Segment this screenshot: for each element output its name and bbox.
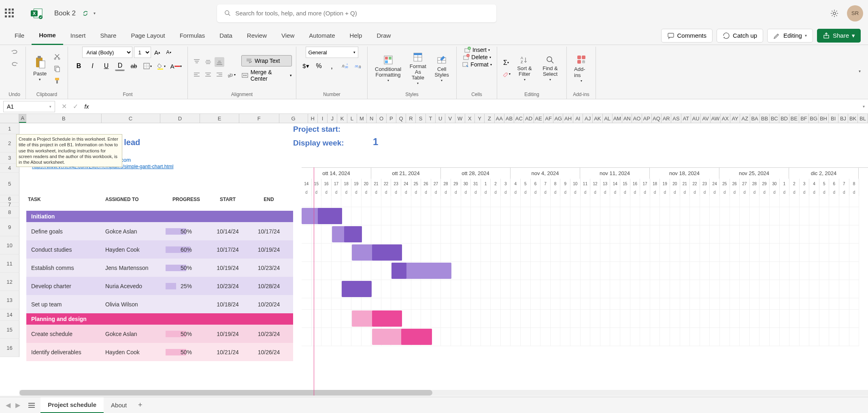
search-input[interactable] <box>235 10 489 17</box>
align-top-button[interactable] <box>192 57 202 67</box>
task-row[interactable]: Identify deliverables Hayden Cook 50% 10… <box>26 343 293 361</box>
double-underline-button[interactable]: D <box>115 61 125 71</box>
increase-font-button[interactable]: A▴ <box>153 47 162 57</box>
formula-input[interactable] <box>96 101 859 112</box>
tab-formulas[interactable]: Formulas <box>172 26 213 45</box>
col-header-BK[interactable]: BK <box>848 114 858 123</box>
col-header-AJ[interactable]: AJ <box>583 114 593 123</box>
delete-cells-button[interactable]: −Delete▾ <box>462 54 491 60</box>
col-header-P[interactable]: P <box>387 114 396 123</box>
format-painter-button[interactable] <box>52 76 62 86</box>
col-header-BA[interactable]: BA <box>750 114 760 123</box>
col-header-S[interactable]: S <box>416 114 425 123</box>
col-header-H[interactable]: H <box>308 114 318 123</box>
tab-view[interactable]: View <box>274 26 302 45</box>
merge-center-button[interactable]: Merge & Center ▾ <box>241 69 292 82</box>
percent-format-button[interactable]: % <box>314 61 324 71</box>
col-header-AN[interactable]: AN <box>622 114 632 123</box>
col-header-AG[interactable]: AG <box>553 114 563 123</box>
cut-button[interactable] <box>52 51 62 61</box>
chevron-down-icon[interactable]: ▾ <box>94 11 96 15</box>
col-header-BL[interactable]: BL <box>858 114 868 123</box>
col-header-C[interactable]: C <box>102 114 160 123</box>
col-header-U[interactable]: U <box>436 114 445 123</box>
font-color-button[interactable]: A▾ <box>170 61 181 71</box>
col-header-T[interactable]: T <box>426 114 436 123</box>
col-header-X[interactable]: X <box>465 114 475 123</box>
col-header-I[interactable]: I <box>318 114 328 123</box>
decrease-font-button[interactable]: A▾ <box>164 47 174 57</box>
col-header-W[interactable]: W <box>455 114 465 123</box>
col-header-AT[interactable]: AT <box>681 114 691 123</box>
conditional-formatting-button[interactable]: Conditional Formatting▾ <box>372 53 404 84</box>
fill-color-button[interactable]: ▾ <box>156 61 166 71</box>
row-header-10[interactable]: 10 <box>0 236 19 255</box>
col-header-AK[interactable]: AK <box>593 114 602 123</box>
col-header-BH[interactable]: BH <box>819 114 828 123</box>
format-as-table-button[interactable]: Format As Table▾ <box>406 50 430 87</box>
align-center-button[interactable] <box>203 70 213 80</box>
row-header-9[interactable]: 9 <box>0 218 19 236</box>
sheet-tab-project-schedule[interactable]: Project schedule <box>40 397 104 413</box>
col-header-AY[interactable]: AY <box>730 114 740 123</box>
row-header-16[interactable]: 16 <box>0 339 19 357</box>
col-header-AL[interactable]: AL <box>603 114 613 123</box>
font-name-select[interactable]: Arial (Body) <box>82 47 132 58</box>
tab-home[interactable]: Home <box>32 26 63 45</box>
decrease-decimal-button[interactable]: .00.0 <box>353 61 363 71</box>
tab-review[interactable]: Review <box>240 26 274 45</box>
col-header-BE[interactable]: BE <box>789 114 799 123</box>
col-header-D[interactable]: D <box>160 114 200 123</box>
align-right-button[interactable] <box>215 70 224 80</box>
search-box[interactable] <box>217 4 496 22</box>
find-select-button[interactable]: Find & Select▾ <box>538 53 562 83</box>
col-header-AV[interactable]: AV <box>701 114 711 123</box>
display-week-value[interactable]: 1 <box>373 136 378 148</box>
add-sheet-button[interactable]: + <box>134 401 146 409</box>
row-header-8[interactable]: 8 <box>0 207 19 218</box>
comma-format-button[interactable]: , <box>327 61 337 71</box>
italic-button[interactable]: I <box>87 61 97 71</box>
cancel-formula-button[interactable]: ✕ <box>59 102 69 111</box>
col-header-AI[interactable]: AI <box>573 114 583 123</box>
all-sheets-icon[interactable] <box>27 403 36 408</box>
col-header-BB[interactable]: BB <box>760 114 770 123</box>
row-header-14[interactable]: 14 <box>0 309 19 321</box>
col-header-J[interactable]: J <box>328 114 337 123</box>
row-header-15[interactable]: 15 <box>0 321 19 339</box>
task-row[interactable]: Define goals Gokce Aslan 50% 10/14/24 10… <box>26 222 293 240</box>
col-header-E[interactable]: E <box>200 114 239 123</box>
cell-styles-button[interactable]: Cell Styles▾ <box>432 53 452 84</box>
tab-data[interactable]: Data <box>212 26 240 45</box>
number-format-select[interactable]: General▾ <box>306 47 358 58</box>
col-header-AX[interactable]: AX <box>721 114 730 123</box>
row-header-5[interactable]: 5 <box>0 173 19 195</box>
col-header-AD[interactable]: AD <box>524 114 534 123</box>
tab-insert[interactable]: Insert <box>63 26 93 45</box>
col-header-AW[interactable]: AW <box>711 114 720 123</box>
addins-button[interactable]: + Add-ins▾ <box>571 52 591 84</box>
font-size-select[interactable]: 11 <box>134 47 151 58</box>
row-header-11[interactable]: 11 <box>0 255 19 273</box>
col-header-AZ[interactable]: AZ <box>740 114 750 123</box>
undo-button[interactable] <box>10 47 19 56</box>
fx-button[interactable]: fx <box>82 102 91 111</box>
col-header-BF[interactable]: BF <box>799 114 809 123</box>
col-header-AC[interactable]: AC <box>514 114 524 123</box>
col-header-B[interactable]: B <box>26 114 101 123</box>
col-header-Y[interactable]: Y <box>475 114 485 123</box>
catch-up-button[interactable]: Catch up <box>717 29 763 43</box>
section-header[interactable]: Planning and design <box>26 313 293 325</box>
horizontal-scrollbar[interactable] <box>19 390 868 396</box>
row-header-13[interactable]: 13 <box>0 291 19 309</box>
tab-share[interactable]: Share <box>93 26 123 45</box>
paste-button[interactable]: Paste▾ <box>30 53 50 83</box>
col-header-BJ[interactable]: BJ <box>838 114 848 123</box>
col-header-AR[interactable]: AR <box>662 114 671 123</box>
tab-automate[interactable]: Automate <box>302 26 342 45</box>
autosum-button[interactable]: Σ▾ <box>501 58 511 68</box>
document-title[interactable]: Book 2 <box>54 9 76 17</box>
clear-button[interactable]: ▾ <box>501 69 511 79</box>
sheet-tab-about[interactable]: About <box>104 397 134 413</box>
comments-button[interactable]: Comments <box>661 29 713 43</box>
